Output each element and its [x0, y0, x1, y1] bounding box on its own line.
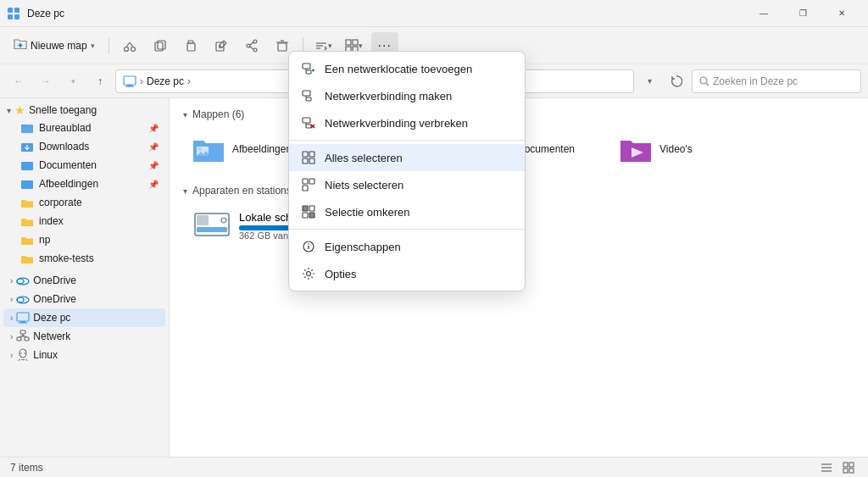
rename-button[interactable] [208, 32, 235, 59]
svg-point-56 [21, 352, 23, 354]
svg-rect-73 [843, 469, 848, 473]
svg-rect-75 [303, 64, 310, 69]
quick-access-header[interactable]: ▾ ★ Snelle toegang [0, 102, 169, 119]
svg-rect-46 [17, 313, 29, 321]
copy-button[interactable] [147, 32, 174, 59]
pin-icon-img: 📌 [148, 180, 159, 189]
paste-button[interactable] [177, 32, 204, 59]
search-box[interactable]: Zoeken in Deze pc [692, 69, 861, 93]
folder-item-videos[interactable]: Video's [610, 127, 746, 171]
new-folder-label: Nieuwe map [31, 40, 87, 52]
sidebar-item-bureaublad[interactable]: Bureaublad 📌 [3, 119, 165, 137]
svg-rect-2 [8, 14, 13, 19]
deze-pc-chevron: › [10, 313, 13, 323]
sidebar-item-np[interactable]: np [3, 230, 165, 249]
recent-button[interactable]: ▾ [61, 69, 85, 93]
statusbar: 7 items [0, 457, 868, 477]
linux-label: Linux [33, 349, 58, 361]
afbeeldingen-folder-name: Afbeeldingen [232, 143, 292, 155]
sidebar-item-smoke-tests[interactable]: smoke-tests [3, 249, 165, 268]
svg-rect-32 [124, 76, 136, 85]
address-dropdown-button[interactable]: ▾ [637, 69, 661, 93]
netwerk-label: Netwerk [33, 330, 70, 342]
sidebar-item-corporate[interactable]: corporate [3, 193, 165, 212]
quick-access-label: Snelle toegang [29, 104, 97, 116]
menu-item-options[interactable]: Opties [289, 260, 525, 287]
svg-rect-84 [306, 125, 311, 128]
svg-point-43 [17, 279, 24, 284]
menu-divider-2 [289, 229, 525, 230]
deze-pc-header[interactable]: › Deze pc [3, 308, 165, 327]
svg-rect-97 [303, 213, 308, 218]
cut-button[interactable] [116, 32, 143, 59]
path-deze-pc[interactable]: Deze pc [147, 75, 184, 87]
sidebar-item-index[interactable]: index [3, 212, 165, 230]
corporate-label: corporate [39, 197, 159, 208]
svg-rect-28 [346, 40, 351, 45]
up-button[interactable]: ↑ [88, 69, 112, 93]
forward-button[interactable]: → [34, 69, 58, 93]
refresh-button[interactable] [665, 69, 688, 93]
search-placeholder: Zoeken in Deze pc [713, 75, 798, 87]
svg-rect-13 [188, 41, 193, 43]
sidebar-item-afbeeldingen[interactable]: Afbeeldingen 📌 [3, 175, 165, 193]
menu-label-network-connect: Netwerkverbinding maken [325, 90, 452, 103]
videos-icon [619, 132, 653, 166]
onedrive2-label: OneDrive [33, 293, 76, 305]
sidebar-item-downloads[interactable]: Downloads 📌 [3, 137, 165, 156]
list-view-button[interactable] [817, 458, 836, 477]
select-all-icon [301, 150, 316, 165]
documenten-label: Documenten [39, 159, 143, 171]
svg-rect-90 [303, 158, 308, 164]
menu-item-select-all[interactable]: Alles selecteren [289, 144, 525, 171]
menu-item-network-disconnect[interactable]: Netwerkverbinding verbreken [289, 109, 525, 136]
svg-point-59 [198, 147, 202, 151]
grid-view-button[interactable] [839, 458, 858, 477]
svg-rect-1 [14, 8, 19, 13]
afbeeldingen-label: Afbeeldingen [39, 178, 143, 190]
netwerk-chevron: › [10, 332, 13, 341]
svg-rect-65 [197, 215, 209, 225]
onedrive2-header[interactable]: › OneDrive [3, 290, 165, 308]
new-folder-button[interactable]: Nieuwe map ▾ [7, 32, 102, 59]
statusbar-view-controls [817, 458, 858, 477]
netwerk-header[interactable]: › Netwerk [3, 327, 165, 346]
svg-rect-41 [21, 180, 33, 189]
network-add-icon [301, 61, 316, 76]
pin-icon-doc: 📌 [148, 161, 159, 170]
svg-rect-94 [303, 186, 308, 191]
menu-item-select-invert[interactable]: Selectie omkeren [289, 198, 525, 225]
corporate-folder-icon [20, 196, 34, 209]
share-button[interactable] [238, 32, 265, 59]
maximize-button[interactable]: ❐ [783, 0, 822, 27]
properties-icon [301, 239, 316, 254]
window-title: Deze pc [27, 8, 744, 19]
sidebar-quick-access: ▾ ★ Snelle toegang Bureaublad 📌 Download… [0, 102, 169, 268]
svg-rect-72 [849, 463, 854, 467]
minimize-button[interactable]: — [744, 0, 783, 27]
menu-item-select-none[interactable]: Niets selecteren [289, 171, 525, 198]
menu-item-properties[interactable]: Eigenschappen [289, 233, 525, 260]
svg-point-18 [253, 48, 257, 52]
svg-rect-71 [843, 463, 848, 467]
pin-icon-dl: 📌 [148, 142, 159, 152]
linux-header[interactable]: › Linux [3, 346, 165, 364]
sidebar: ▾ ★ Snelle toegang Bureaublad 📌 Download… [0, 98, 170, 457]
svg-rect-81 [306, 97, 311, 101]
svg-rect-93 [309, 179, 314, 184]
onedrive-header[interactable]: › OneDrive [3, 271, 165, 290]
svg-rect-74 [849, 469, 854, 473]
svg-rect-12 [187, 43, 195, 51]
svg-rect-40 [21, 162, 33, 170]
sidebar-item-documenten[interactable]: Documenten 📌 [3, 156, 165, 175]
star-icon: ★ [14, 103, 25, 117]
close-button[interactable]: ✕ [822, 0, 861, 27]
svg-rect-38 [21, 125, 26, 126]
svg-point-57 [25, 352, 26, 354]
menu-item-network-connect[interactable]: Netwerkverbinding maken [289, 82, 525, 109]
downloads-folder-icon [20, 140, 34, 153]
back-button[interactable]: ← [7, 69, 31, 93]
menu-item-network-add[interactable]: Een netwerklocatie toevoegen [289, 55, 525, 82]
quick-access-chevron: ▾ [7, 106, 11, 115]
search-icon [699, 76, 709, 86]
